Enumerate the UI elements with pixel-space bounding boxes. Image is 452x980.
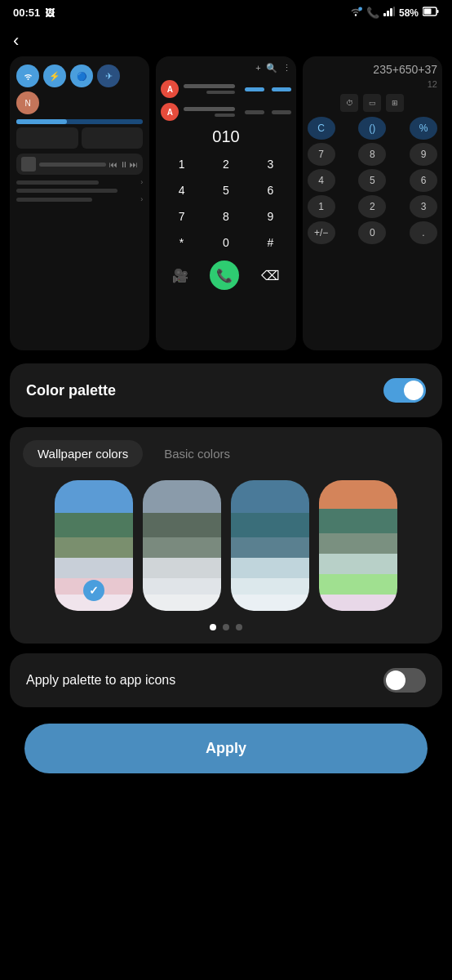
preview-row: ⚡ 🔵 ✈ N ⏮ ⏸ ⏭ › bbox=[0, 56, 452, 363]
color-tabs: Wallpaper colors Basic colors bbox=[23, 440, 429, 467]
palette-card-4[interactable] bbox=[319, 480, 397, 611]
apply-to-icons-section: Apply palette to app icons bbox=[10, 653, 442, 707]
calc-key-9: 9 bbox=[410, 143, 437, 166]
calc-key-c: C bbox=[308, 117, 335, 140]
airplane-tile: ✈ bbox=[97, 65, 120, 87]
dot-3 bbox=[236, 624, 242, 630]
dot-indicators bbox=[23, 624, 429, 630]
wifi-tile bbox=[16, 65, 39, 87]
gallery-icon: 🖼 bbox=[45, 7, 55, 19]
calc-key-6: 6 bbox=[410, 169, 437, 192]
dot-2 bbox=[223, 624, 229, 630]
svg-rect-2 bbox=[387, 11, 389, 16]
quick-settings-preview: ⚡ 🔵 ✈ N ⏮ ⏸ ⏭ › bbox=[10, 56, 149, 350]
dialer-top-bar: +🔍⋮ bbox=[161, 63, 290, 74]
calculator-preview: 235+650+37 12 ⏱ ▭ ⊞ C () % 7 8 9 4 5 6 bbox=[303, 56, 442, 350]
calc-icon-grid: ⊞ bbox=[386, 94, 404, 112]
back-button[interactable]: ‹ bbox=[0, 22, 452, 56]
dot-1 bbox=[210, 624, 216, 630]
calc-key-plusminus: +/− bbox=[308, 221, 335, 244]
status-bar: 00:51 🖼 📞 58% bbox=[0, 0, 452, 22]
apply-button[interactable]: Apply bbox=[24, 724, 428, 773]
palette-card-2[interactable] bbox=[143, 480, 221, 611]
battery-icon bbox=[423, 7, 439, 19]
calc-expression: 235+650+37 bbox=[308, 63, 437, 76]
dial-keypad: 123 456 789 *0# bbox=[161, 153, 290, 254]
svg-rect-6 bbox=[424, 9, 432, 15]
calc-key-parens: () bbox=[358, 117, 386, 140]
svg-rect-4 bbox=[393, 7, 395, 16]
palette-card-3[interactable] bbox=[231, 480, 309, 611]
calc-key-0: 0 bbox=[358, 221, 386, 244]
calc-key-1: 1 bbox=[308, 195, 335, 218]
calc-key-5: 5 bbox=[358, 169, 386, 192]
svg-rect-7 bbox=[437, 10, 439, 13]
dialer-number-display: 010 bbox=[161, 127, 290, 146]
calc-key-7: 7 bbox=[308, 143, 335, 166]
svg-rect-3 bbox=[390, 8, 392, 16]
call-icon: 📞 bbox=[366, 7, 379, 19]
apply-to-icons-toggle[interactable] bbox=[383, 668, 426, 693]
battery-display: 58% bbox=[399, 7, 419, 19]
tab-wallpaper-colors[interactable]: Wallpaper colors bbox=[23, 440, 143, 467]
color-palette-section: Color palette bbox=[10, 363, 442, 417]
calc-key-dot: . bbox=[410, 221, 437, 244]
contact-avatar-1: A bbox=[161, 80, 179, 98]
calc-result: 12 bbox=[308, 79, 437, 89]
contact-avatar-2: A bbox=[161, 103, 179, 121]
nfc-tile: N bbox=[16, 91, 39, 114]
dialer-action-bar: 🎥 📞 ⌫ bbox=[161, 261, 290, 290]
signal-icon bbox=[383, 7, 395, 19]
color-palette-toggle[interactable] bbox=[383, 378, 426, 403]
bt2-tile: 🔵 bbox=[70, 65, 93, 87]
calc-key-2: 2 bbox=[358, 195, 386, 218]
palette-card-1[interactable] bbox=[55, 480, 133, 611]
calc-key-3: 3 bbox=[410, 195, 437, 218]
calc-key-4: 4 bbox=[308, 169, 335, 192]
calc-key-percent: % bbox=[410, 117, 437, 140]
palette-row bbox=[23, 480, 429, 611]
calc-icon-rect: ▭ bbox=[363, 94, 381, 112]
color-palette-title: Color palette bbox=[26, 382, 116, 399]
tab-basic-colors[interactable]: Basic colors bbox=[149, 440, 245, 467]
wifi-icon bbox=[349, 7, 362, 19]
apply-icons-toggle-knob bbox=[386, 670, 405, 690]
svg-rect-1 bbox=[383, 13, 386, 16]
color-selection-section: Wallpaper colors Basic colors bbox=[10, 427, 442, 644]
bt-tile: ⚡ bbox=[43, 65, 66, 87]
apply-to-icons-label: Apply palette to app icons bbox=[26, 673, 175, 688]
svg-point-0 bbox=[358, 7, 362, 11]
calc-icon-clock: ⏱ bbox=[340, 94, 358, 112]
toggle-knob bbox=[404, 381, 423, 400]
time-display: 00:51 bbox=[13, 7, 40, 19]
calc-key-8: 8 bbox=[358, 143, 386, 166]
dialer-preview: +🔍⋮ A A 010 bbox=[156, 56, 295, 350]
